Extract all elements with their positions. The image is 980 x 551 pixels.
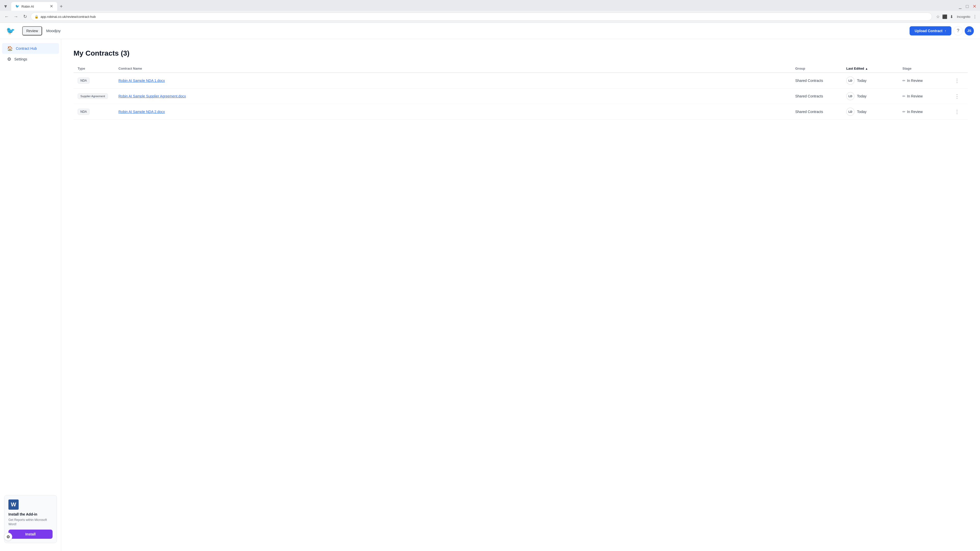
back-btn[interactable]: ← [3,13,10,20]
help-btn[interactable]: ? [953,26,963,35]
settings-icon: ⚙ [7,56,11,62]
word-icon: W [8,499,52,510]
edit-icon: ✏ [902,110,905,114]
app-body: 🏠 Contract Hub ⚙ Settings W Install the … [0,39,980,551]
edit-icon: ✏ [902,79,905,83]
new-tab-btn[interactable]: + [58,3,65,11]
tab-strip: 🐦 Robin AI ✕ + [11,2,65,11]
contract-link[interactable]: Robin AI Sample NDA 2.docx [118,110,165,114]
table-row: NDA Robin AI Sample NDA 1.docx Shared Co… [73,73,968,89]
upload-btn-label: Upload Contract [915,29,942,33]
row-1-stage: ✏ In Review [902,94,953,98]
type-badge: NDA [78,109,89,115]
col-header-group: Group [795,67,846,70]
avatar: LD [846,108,854,116]
row-2-actions: ⋮ [953,108,964,116]
incognito-label: Incognito [957,15,970,19]
browser-toolbar: ← → ↻ 🔒 app.robinai.co.uk/review/contrac… [0,11,980,22]
table-header: Type Contract Name Group Last Edited ▲ S… [73,65,968,73]
row-2-type: NDA [78,109,118,115]
row-2-stage: ✏ In Review [902,110,953,114]
url-text: app.robinai.co.uk/review/contract-hub [41,15,96,19]
row-1-type: Supplier Agreement [78,94,118,99]
col-header-last-edited[interactable]: Last Edited ▲ [846,67,902,70]
home-icon: 🏠 [7,46,13,51]
restore-btn[interactable]: □ [964,3,971,10]
minimize-btn[interactable]: ⎯ [956,3,964,10]
browser-tabs: ▼ 🐦 Robin AI ✕ + ⎯ □ ✕ [0,0,980,11]
col-header-name: Contract Name [118,67,795,70]
sidebar-settings-label: Settings [14,57,27,61]
close-btn[interactable]: ✕ [971,3,978,10]
tab-title: Robin AI [21,5,34,8]
menu-btn[interactable]: ⋮ [973,14,977,19]
sidebar-item-contract-hub[interactable]: 🏠 Contract Hub [2,43,59,54]
row-1-name: Robin AI Sample Supplier Agreement.docx [118,94,795,98]
type-badge: Supplier Agreement [78,94,108,99]
download-btn[interactable]: ⬇ [950,14,953,19]
sidebar-contract-hub-label: Contract Hub [16,46,37,51]
contract-link[interactable]: Robin AI Sample NDA 1.docx [118,79,165,83]
review-nav-btn[interactable]: Review [22,26,42,35]
settings-widget-icon: ⚙ [6,534,10,539]
settings-widget[interactable]: ⚙ [4,533,12,541]
row-0-group: Shared Contracts [795,78,846,83]
addon-desc: Get Reports within Microsoft Word! [8,518,52,527]
upload-icon: ↑ [945,29,946,33]
row-1-group: Shared Contracts [795,94,846,98]
col-header-actions [953,67,964,70]
more-options-btn[interactable]: ⋮ [953,92,961,100]
row-0-last-edited: LD Today [846,76,902,85]
sort-asc-icon: ▲ [865,67,868,70]
reload-btn[interactable]: ↻ [21,13,29,20]
tab-navigation: ▼ [2,3,9,10]
addon-title: Install the Add-in [8,512,52,516]
lock-icon: 🔒 [35,15,38,19]
page-title: My Contracts (3) [73,49,968,57]
user-avatar-btn[interactable]: JS [965,26,974,35]
main-content: My Contracts (3) Type Contract Name Grou… [61,39,980,551]
col-header-stage: Stage [902,67,953,70]
table-row: NDA Robin AI Sample NDA 2.docx Shared Co… [73,104,968,120]
address-bar[interactable]: 🔒 app.robinai.co.uk/review/contract-hub [30,13,932,21]
tab-close-btn[interactable]: ✕ [50,4,53,8]
browser-actions: ☆ ⬛ ⬇ Incognito ⋮ [936,14,977,19]
app-logo: 🐦 [6,27,16,35]
app-header: 🐦 Review Moodjoy Upload Contract ↑ ? JS [0,23,980,39]
forward-btn[interactable]: → [12,13,19,20]
avatar: LD [846,76,854,85]
tab-favicon: 🐦 [15,4,19,8]
tab-list-btn[interactable]: ▼ [2,3,9,10]
row-0-actions: ⋮ [953,76,964,85]
row-2-group: Shared Contracts [795,110,846,114]
sidebar: 🏠 Contract Hub ⚙ Settings W Install the … [0,39,61,551]
row-2-name: Robin AI Sample NDA 2.docx [118,110,795,114]
more-options-btn[interactable]: ⋮ [953,108,961,116]
col-header-type: Type [78,67,118,70]
extensions-btn[interactable]: ⬛ [942,14,947,19]
row-0-stage: ✏ In Review [902,79,953,83]
avatar: LD [846,92,854,100]
row-2-last-edited: LD Today [846,108,902,116]
row-0-type: NDA [78,78,118,84]
row-1-actions: ⋮ [953,92,964,100]
active-tab[interactable]: 🐦 Robin AI ✕ [11,2,57,11]
more-options-btn[interactable]: ⋮ [953,76,961,85]
row-1-last-edited: LD Today [846,92,902,100]
upload-contract-btn[interactable]: Upload Contract ↑ [910,26,951,35]
type-badge: NDA [78,78,89,84]
sidebar-item-settings[interactable]: ⚙ Settings [2,54,59,65]
edit-icon: ✏ [902,94,905,98]
addon-install-btn[interactable]: Install [8,530,52,539]
browser-chrome: ▼ 🐦 Robin AI ✕ + ⎯ □ ✕ ← → ↻ 🔒 app.robin… [0,0,980,23]
table-row: Supplier Agreement Robin AI Sample Suppl… [73,89,968,104]
company-name: Moodjoy [46,29,61,33]
bookmark-btn[interactable]: ☆ [936,14,940,19]
row-0-name: Robin AI Sample NDA 1.docx [118,78,795,83]
logo-icon: 🐦 [6,27,15,35]
contract-link[interactable]: Robin AI Sample Supplier Agreement.docx [118,94,186,98]
